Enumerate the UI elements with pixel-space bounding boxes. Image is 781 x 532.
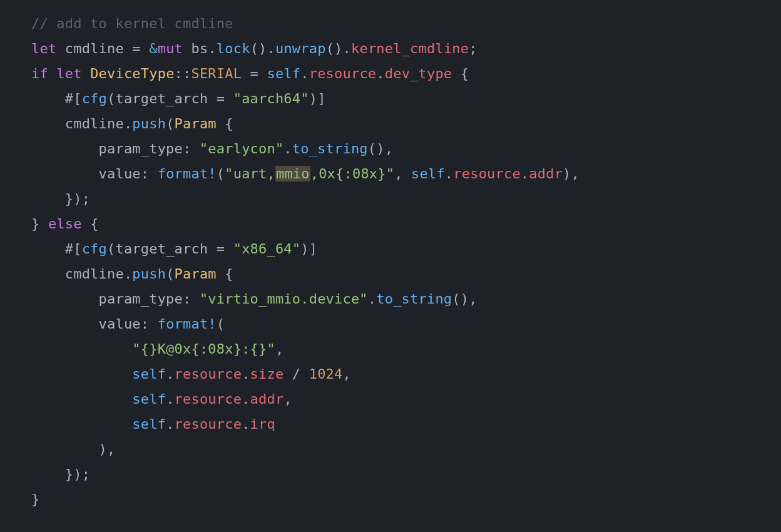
attr-open-2: #[ [65, 241, 82, 257]
field-value: value [99, 166, 141, 182]
str-x86: "x86_64" [233, 241, 301, 257]
field-resource-3: resource [175, 366, 242, 382]
kw-let-2: let [56, 66, 81, 81]
fn-push-2: push [132, 266, 166, 282]
type-param-2: Param [175, 266, 217, 282]
attr-target: target_arch = [115, 91, 233, 106]
attr-cfg: cfg [82, 91, 107, 106]
ident-self-5: self [132, 416, 166, 432]
kw-let: let [31, 41, 56, 56]
type-devicetype: DeviceType [90, 66, 174, 81]
field-value-2: value [99, 316, 141, 332]
attr-cfg-2: cfg [82, 241, 107, 257]
field-size: size [250, 366, 284, 382]
field-resource-4: resource [175, 391, 242, 407]
block-close-3: } [31, 491, 39, 507]
ident-self-4: self [132, 391, 166, 407]
str-earlycon: "earlycon" [200, 141, 283, 156]
op-amp: & [149, 41, 157, 56]
str-aarch64: "aarch64" [233, 91, 309, 106]
fn-tostring-2: to_string [376, 291, 452, 307]
attr-target-2: target_arch = [115, 241, 233, 257]
str-uart-a: "uart, [225, 166, 275, 182]
field-addr-2: addr [250, 391, 284, 407]
attr-close-2: )] [300, 241, 317, 257]
op-eq-2: = [242, 66, 267, 81]
code-comment: // add to kernel cmdline [31, 16, 233, 31]
str-mmio-highlight: mmio [275, 166, 310, 182]
block-close-2: }); [65, 466, 90, 482]
fn-push: push [132, 116, 166, 131]
ident-self: self [267, 66, 301, 81]
attr-close: )] [309, 91, 326, 106]
macro-format-2: format! [158, 316, 217, 332]
ident-self-3: self [132, 366, 166, 382]
field-resource: resource [309, 66, 377, 81]
ident-cmdline: cmdline [65, 41, 124, 56]
op-cc: :: [175, 66, 191, 81]
ident-cmdline-2: cmdline [65, 116, 124, 131]
num-1024: 1024 [309, 366, 343, 382]
field-kernel-cmdline: kernel_cmdline [351, 41, 469, 56]
kw-else: else [48, 216, 82, 232]
fn-unwrap: unwrap [275, 41, 326, 56]
kw-mut: mut [158, 41, 183, 56]
str-virtio: "virtio_mmio.device" [200, 291, 368, 307]
fn-tostring: to_string [292, 141, 368, 156]
field-addr: addr [529, 166, 563, 182]
field-resource-5: resource [175, 416, 242, 432]
field-devtype: dev_type [385, 66, 452, 81]
str-fmt: "{}K@0x{:08x}:{}" [132, 341, 275, 357]
code-editor[interactable]: // add to kernel cmdline let cmdline = &… [0, 0, 781, 512]
op-div: / [283, 366, 309, 382]
ident-cmdline-3: cmdline [65, 266, 124, 282]
const-serial: SERIAL [191, 66, 242, 81]
field-paramtype-2: param_type [99, 291, 183, 307]
kw-if: if [31, 66, 48, 81]
type-param: Param [175, 116, 217, 131]
ident-bs: bs [183, 41, 208, 56]
field-irq: irq [250, 416, 275, 432]
macro-format: format! [158, 166, 217, 182]
op-eq: = [124, 41, 149, 56]
str-uart-b: ,0x{:08x}" [310, 166, 394, 182]
ident-self-2: self [411, 166, 445, 182]
fn-lock: lock [217, 41, 250, 56]
paren-close: ), [99, 441, 116, 457]
block-close-1: }); [65, 191, 90, 207]
attr-open: #[ [65, 91, 82, 106]
field-resource-2: resource [453, 166, 521, 182]
field-paramtype: param_type [99, 141, 183, 156]
